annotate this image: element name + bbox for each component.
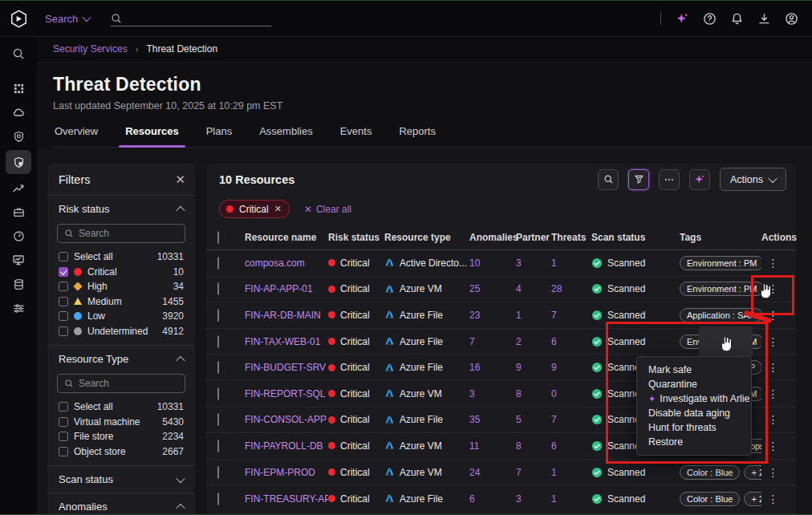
sidebar-apps-grid[interactable] xyxy=(6,78,31,99)
anomalies-count-link[interactable]: 23 xyxy=(469,310,516,321)
filter-section-header[interactable]: Scan status xyxy=(47,466,195,493)
filter-section-header[interactable]: Risk status xyxy=(47,196,195,222)
anomalies-count-link[interactable]: 10 xyxy=(469,258,516,269)
row-actions-kebab-icon[interactable]: ⋮ xyxy=(761,466,785,479)
checkbox[interactable] xyxy=(59,252,68,262)
filter-option-high[interactable]: High 34 xyxy=(47,279,195,294)
global-search-input[interactable] xyxy=(111,8,271,29)
row-checkbox[interactable] xyxy=(217,361,219,374)
partner-count-link[interactable]: 8 xyxy=(516,388,551,399)
row-checkbox[interactable] xyxy=(217,440,219,452)
row-actions-kebab-icon[interactable]: ⋮ xyxy=(761,493,785,505)
anomalies-count-link[interactable]: 6 xyxy=(469,493,516,505)
row-actions-kebab-icon[interactable]: ⋮ xyxy=(761,257,785,270)
checkbox[interactable] xyxy=(59,447,68,456)
filters-close-icon[interactable]: ✕ xyxy=(175,176,185,184)
sidebar-database[interactable] xyxy=(6,274,31,294)
tab-overview[interactable]: Overview xyxy=(53,125,99,147)
tab-assemblies[interactable]: Assemblies xyxy=(258,125,314,147)
sparkle-ai-icon[interactable] xyxy=(672,9,692,28)
filter-option-critical[interactable]: Critical 10 xyxy=(47,265,195,280)
filter-option-low[interactable]: Low 3920 xyxy=(47,309,195,324)
breadcrumb-parent-link[interactable]: Security Services xyxy=(53,43,128,55)
resource-name-link[interactable]: FIN-TREASURY-APP xyxy=(245,493,328,505)
threats-count-link[interactable]: 0 xyxy=(551,388,591,399)
filter-option-select-all[interactable]: Select all 10331 xyxy=(47,249,195,265)
checkbox[interactable] xyxy=(59,267,68,277)
partner-count-link[interactable]: 1 xyxy=(516,310,551,321)
anomalies-count-link[interactable]: 3 xyxy=(469,388,516,399)
checkbox[interactable] xyxy=(59,432,68,441)
anomalies-count-link[interactable]: 7 xyxy=(469,336,516,347)
filter-option-virtual-machine[interactable]: Virtual machine 5430 xyxy=(47,415,195,430)
resource-name-link[interactable]: FIN-REPORT-SQL xyxy=(245,388,328,399)
anomalies-count-link[interactable]: 25 xyxy=(469,283,516,294)
sidebar-security-services[interactable] xyxy=(6,150,31,174)
table-more-button[interactable] xyxy=(659,169,680,190)
resource-name-link[interactable]: FIN-AR-DB-MAIN xyxy=(245,310,328,321)
table-search-button[interactable] xyxy=(598,169,619,190)
threats-count-link[interactable]: 9 xyxy=(551,362,591,373)
anomalies-count-link[interactable]: 24 xyxy=(469,467,516,478)
partner-count-link[interactable]: 9 xyxy=(516,362,551,373)
resource-name-link[interactable]: FIN-CONSOL-APP xyxy=(245,414,328,425)
filter-option-medium[interactable]: Medium 1455 xyxy=(47,294,195,310)
help-icon[interactable] xyxy=(700,9,719,28)
row-checkbox[interactable] xyxy=(217,466,219,479)
notifications-bell-icon[interactable] xyxy=(727,9,746,28)
sidebar-search[interactable] xyxy=(6,43,31,64)
partner-count-link[interactable]: 4 xyxy=(516,283,551,294)
partner-count-link[interactable]: 2 xyxy=(516,336,551,347)
partner-count-link[interactable]: 3 xyxy=(516,493,551,505)
checkbox[interactable] xyxy=(59,417,68,427)
row-checkbox[interactable] xyxy=(217,282,219,295)
threats-count-link[interactable]: 28 xyxy=(551,283,591,294)
sidebar-cloud[interactable] xyxy=(6,102,31,123)
filter-option-file-store[interactable]: File store 2234 xyxy=(47,429,195,444)
filter-option-object-store[interactable]: Object store 2667 xyxy=(47,444,195,460)
row-checkbox[interactable] xyxy=(217,387,219,400)
anomalies-count-link[interactable]: 35 xyxy=(469,414,516,425)
threats-count-link[interactable]: 6 xyxy=(551,440,591,452)
actions-dropdown-button[interactable]: Actions xyxy=(720,168,786,191)
resource-name-link[interactable]: FIN-BUDGET-SRV xyxy=(245,362,328,373)
chip-remove-icon[interactable]: ✕ xyxy=(274,204,282,214)
tab-resources[interactable]: Resources xyxy=(124,125,180,147)
table-filter-button[interactable] xyxy=(628,169,649,190)
checkbox[interactable] xyxy=(59,297,68,306)
sidebar-gauge[interactable] xyxy=(6,225,31,246)
sidebar-monitor-chart[interactable] xyxy=(6,249,31,270)
resource-name-link[interactable]: FIN-TAX-WEB-01 xyxy=(245,336,328,347)
threats-count-link[interactable]: 7 xyxy=(551,414,591,425)
sidebar-trend-chart[interactable] xyxy=(6,177,31,198)
tab-reports[interactable]: Reports xyxy=(397,125,437,147)
tab-events[interactable]: Events xyxy=(339,125,374,147)
row-checkbox[interactable] xyxy=(217,493,219,505)
resource-name-link[interactable]: composa.com xyxy=(245,258,328,269)
download-icon[interactable] xyxy=(754,9,773,28)
checkbox[interactable] xyxy=(59,282,68,291)
resource-name-link[interactable]: FIN-PAYROLL-DB xyxy=(245,440,328,452)
threats-count-link[interactable]: 7 xyxy=(551,310,591,321)
brand-logo-icon[interactable] xyxy=(0,1,37,36)
row-checkbox[interactable] xyxy=(217,257,219,270)
account-icon[interactable] xyxy=(782,9,801,28)
checkbox[interactable] xyxy=(59,326,68,336)
partner-count-link[interactable]: 8 xyxy=(516,440,551,452)
table-ai-sparkle-button[interactable] xyxy=(689,169,710,190)
threats-count-link[interactable]: 1 xyxy=(551,467,591,478)
partner-count-link[interactable]: 3 xyxy=(516,258,551,269)
tab-plans[interactable]: Plans xyxy=(205,125,234,147)
filter-search-input[interactable]: Search xyxy=(57,374,185,393)
checkbox[interactable] xyxy=(59,402,68,412)
row-checkbox[interactable] xyxy=(217,413,219,426)
row-checkbox[interactable] xyxy=(217,335,219,348)
filter-section-header[interactable]: Anomalies xyxy=(47,493,195,515)
sidebar-sliders[interactable] xyxy=(6,298,31,318)
sidebar-briefcase[interactable] xyxy=(6,201,31,222)
select-all-checkbox[interactable] xyxy=(217,231,219,244)
anomalies-count-link[interactable]: 11 xyxy=(469,440,516,452)
threats-count-link[interactable]: 6 xyxy=(551,336,591,347)
threats-count-link[interactable]: 1 xyxy=(551,258,591,269)
partner-count-link[interactable]: 7 xyxy=(516,467,551,478)
